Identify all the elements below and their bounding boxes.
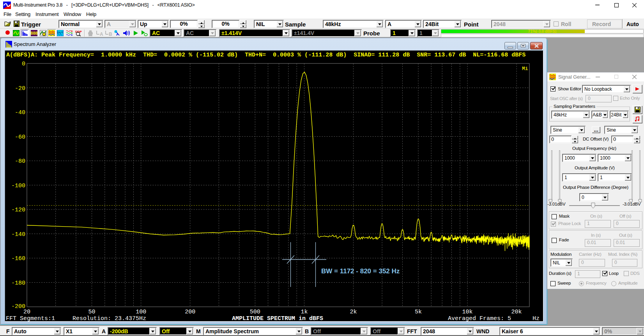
svg-text:B: B — [109, 32, 112, 36]
svg-text:Hz: Hz — [533, 315, 540, 322]
svg-text:A(dBFS)A: Peak Frequency= 1.0: A(dBFS)A: Peak Frequency= 1.0000 kHz THD… — [6, 52, 525, 58]
svg-text:Mi: Mi — [522, 66, 528, 72]
svg-text:-180: -180 — [11, 280, 25, 287]
svg-text:A: A — [100, 32, 103, 36]
svg-text:20k: 20k — [511, 309, 522, 315]
svg-text:2k: 2k — [350, 309, 357, 315]
svg-text:1k: 1k — [301, 309, 308, 315]
svg-text:-100: -100 — [11, 183, 25, 189]
svg-text:-60: -60 — [15, 134, 25, 141]
svg-text:-160: -160 — [11, 255, 25, 262]
svg-text:-40: -40 — [15, 109, 25, 116]
svg-text:500: 500 — [250, 309, 260, 315]
svg-text:100: 100 — [136, 309, 146, 315]
svg-text:FFT Segments:1 Resolution:: FFT Segments:1 Resolution: 23.4375Hz — [6, 315, 146, 322]
svg-text:BW = 1172 - 820 = 352 Hz: BW = 1172 - 820 = 352 Hz — [321, 267, 400, 275]
svg-text:20: 20 — [23, 309, 30, 315]
svg-text:50: 50 — [88, 309, 96, 315]
svg-text:200: 200 — [185, 309, 195, 315]
svg-text:DUT: DUT — [57, 31, 64, 34]
svg-text:AMPLITUDE SPECTRUM in dBFS: AMPLITUDE SPECTRUM in dBFS — [232, 315, 323, 322]
svg-text:-140: -140 — [11, 231, 25, 238]
svg-text:-120: -120 — [11, 207, 25, 213]
svg-text:-80: -80 — [15, 158, 25, 165]
svg-text:0: 0 — [22, 61, 25, 67]
svg-text:-20: -20 — [15, 85, 25, 92]
svg-text:5k: 5k — [415, 309, 422, 315]
svg-text:Averaged Frames: 5: Averaged Frames: 5 — [448, 315, 511, 322]
svg-text:888: 888 — [31, 31, 37, 35]
svg-text:10k: 10k — [462, 309, 473, 315]
